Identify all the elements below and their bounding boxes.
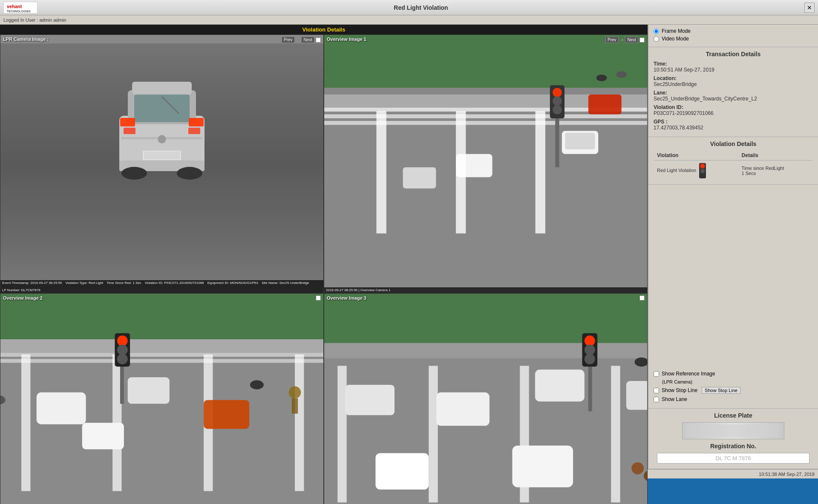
lpr-checkbox[interactable] [316,37,321,43]
frame-mode-radio[interactable] [654,29,659,34]
svg-point-40 [616,72,627,78]
overview1-label: Overview Image 1 [327,37,366,42]
svg-rect-71 [611,366,620,503]
svg-point-74 [585,335,595,346]
svg-rect-69 [429,366,438,503]
svg-rect-38 [403,167,436,189]
time-label: Time: [654,61,813,67]
svg-rect-79 [436,392,490,426]
svg-rect-5 [134,94,190,122]
logged-in-text: Logged In User : admin admin [3,17,66,23]
svg-point-75 [585,345,595,355]
overview1-scene [324,35,647,293]
overview3-checkbox[interactable] [639,295,645,301]
svg-rect-50 [0,359,323,363]
license-plate-title: License Plate [654,412,813,419]
video-mode-label: Video Mode [662,36,689,42]
show-stop-line-row: Show Stop Line Show Stop Line [654,387,813,394]
show-stop-line-button[interactable]: Show Stop Line [702,387,740,394]
svg-rect-44 [21,355,30,491]
logo: vehant TECHNOLOGIES [3,2,37,14]
violation-detail-text: Time since RedLight1 Secs [738,160,813,181]
overview3-label: Overview Image 3 [327,295,366,301]
svg-rect-67 [324,343,647,358]
license-plate-section: License Plate Registration No. DL 7C M 7… [648,409,818,469]
plate-blur [686,424,780,437]
violation-id-label: Violation ID: [654,104,813,110]
camera-grid: LPR Camera Image : Prev ◄ Next [0,34,648,504]
svg-rect-56 [37,392,86,424]
camera-cell-overview2: Overview Image 2 [0,293,324,504]
show-lane-label: Show Lane [662,396,687,402]
violation-header-title: Violation Details [302,26,346,33]
logo-image: vehant TECHNOLOGIES [3,2,37,14]
svg-rect-35 [565,133,595,149]
overview2-checkbox[interactable] [316,295,321,301]
svg-rect-37 [456,154,493,177]
lpr-info-strip: Event Timestamp: 2019-09-27 08:25:50 Vio… [0,280,323,293]
overview1-next-button[interactable]: Next [625,37,638,43]
svg-point-33 [553,105,562,115]
svg-point-84 [631,462,644,475]
overview1-prev-button[interactable]: Prev [605,37,619,43]
lane-label: Lane: [654,90,813,96]
lpr-prev-button[interactable]: Prev [282,37,295,43]
video-mode-row: Video Mode [654,36,813,42]
mode-section: Frame Mode Video Mode [648,25,818,47]
svg-point-32 [553,97,562,106]
svg-rect-8 [189,118,204,126]
violation-details-title: Violation Details [654,140,813,147]
camera-cell-overview3: Overview Image 3 [324,293,648,504]
right-panel: Frame Mode Video Mode Transaction Detail… [648,25,818,469]
overview1-info-strip: 2019-09-27 08:25:50 | Overview Camera 1 [324,287,647,293]
lpr-camera-label: (LPR Camera) [662,379,813,384]
svg-rect-59 [82,423,124,449]
svg-point-39 [596,74,607,81]
svg-point-31 [553,88,562,97]
svg-point-17 [158,135,166,143]
svg-rect-27 [324,115,647,118]
overview3-scene [324,294,647,504]
svg-rect-49 [0,353,323,357]
show-reference-checkbox[interactable] [654,371,659,377]
overview1-checkbox[interactable] [639,37,645,43]
violation-id-row: Violation ID: P03C071-2019092701066 [654,104,813,116]
svg-point-76 [585,354,595,364]
title-bar: vehant TECHNOLOGIES Red Light Violation … [0,0,818,15]
location-value: Sec25UnderBridge [654,81,813,87]
lpr-car-svg [102,48,222,184]
location-label: Location: [654,75,813,81]
svg-rect-9 [124,128,135,134]
svg-rect-21 [324,88,647,293]
show-lane-checkbox[interactable] [654,397,659,402]
svg-point-53 [117,335,128,346]
svg-rect-48 [0,339,323,353]
overview1-controls: Prev ◄ Next [605,37,645,43]
video-mode-radio[interactable] [654,36,659,42]
svg-rect-12 [144,152,180,159]
lane-row: Lane: Sec25_UnderBridge_Towards_CityCent… [654,90,813,102]
camera-cell-lpr: LPR Camera Image : Prev ◄ Next [0,34,324,293]
main-content: Violation Details LPR Camera Image : Pre… [0,25,818,469]
overview3-controls [639,295,645,301]
svg-text:TECHNOLOGIES: TECHNOLOGIES [7,10,31,13]
registration-no-title: Registration No. [654,443,813,450]
svg-point-62 [289,387,301,399]
lpr-next-button[interactable]: Next [301,37,314,43]
svg-rect-80 [345,385,395,415]
license-plate-image-container [654,422,813,439]
overview2-controls [316,295,321,301]
location-row: Location: Sec25UnderBridge [654,75,813,87]
camera-cell-overview1: Overview Image 1 Prev ◄ Next [324,34,648,293]
overview2-scene [0,294,323,504]
svg-rect-47 [295,355,304,491]
svg-rect-68 [337,366,346,503]
lane-value: Sec25_UnderBridge_Towards_CityCentre_L2 [654,96,813,102]
show-stop-line-checkbox[interactable] [654,388,659,393]
lpr-label: LPR Camera Image : [3,37,49,42]
close-button[interactable]: ✕ [804,3,815,13]
svg-rect-82 [375,453,429,490]
violation-details-section: Violation Details Violation Details Red … [648,137,818,185]
traffic-light-icon [699,163,706,178]
lpr-controls: Prev ◄ Next [282,37,321,43]
